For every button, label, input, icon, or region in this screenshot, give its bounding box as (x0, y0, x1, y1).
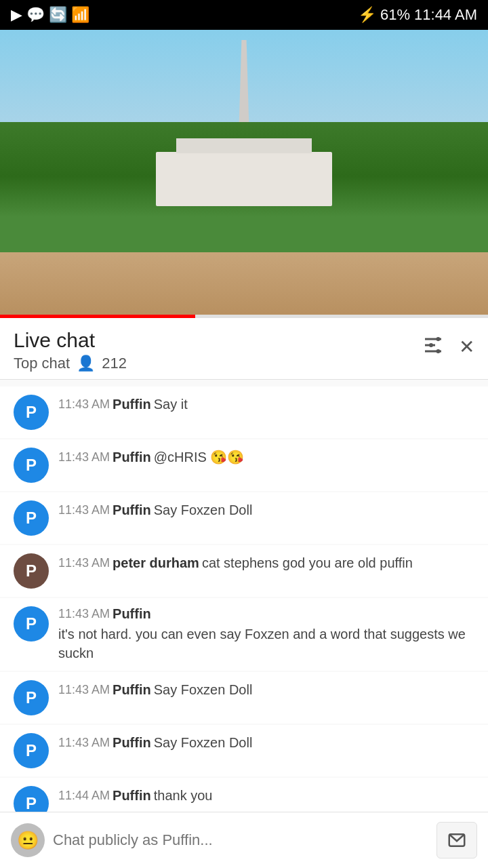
message-author: Puffin (113, 735, 151, 751)
viewer-icon: 👤 (77, 355, 95, 372)
chat-header-left: Live chat Top chat 👤 212 (14, 329, 127, 372)
chat-message: P 11:43 AM Puffin it's not hard. you can… (0, 598, 488, 671)
chat-list: P 11:43 AM Puffin Say it P 11:43 AM Puff… (0, 380, 488, 837)
filter-button[interactable] (421, 333, 445, 361)
message-author: Puffin (113, 682, 151, 698)
message-content: 11:43 AM Puffin Say Foxzen Doll (58, 500, 474, 519)
message-text: Say Foxzen Doll (154, 680, 253, 699)
time-text: 11:44 AM (414, 6, 477, 24)
message-time: 11:43 AM (58, 503, 110, 517)
avatar: P (14, 448, 49, 483)
message-author: Puffin (113, 450, 151, 465)
white-house (156, 152, 332, 206)
avatar: P (14, 733, 49, 768)
play-icon: ▶ (11, 6, 22, 24)
message-time: 11:43 AM (58, 397, 110, 412)
chat-header-sub: Top chat 👤 212 (14, 355, 127, 372)
message-author: peter durham (113, 555, 199, 571)
avatar: P (14, 553, 49, 589)
chat-message: P 11:43 AM Puffin Say it (0, 387, 488, 438)
ground (0, 252, 488, 315)
message-inline: 11:43 AM Puffin Say Foxzen Doll (58, 680, 474, 699)
message-text: cat stephens god you are old puffin (202, 553, 413, 572)
chat-message: P 11:43 AM Puffin @cHRIS 😘😘 (0, 439, 488, 491)
chat-input[interactable] (53, 831, 428, 849)
wifi-icon: 📶 (71, 6, 89, 24)
emoji-button[interactable]: 😐 (11, 823, 45, 857)
message-time: 11:43 AM (58, 607, 110, 621)
message-content: 11:43 AM Puffin it's not hard. you can e… (58, 606, 474, 663)
message-content: 11:43 AM Puffin Say Foxzen Doll (58, 680, 474, 699)
message-inline: 11:43 AM peter durham cat stephens god y… (58, 553, 474, 572)
message-time: 11:43 AM (58, 556, 110, 570)
svg-point-3 (436, 337, 441, 341)
message-time: 11:43 AM (58, 683, 110, 697)
battery-text: 61% (380, 6, 410, 24)
message-author: Puffin (113, 502, 151, 518)
message-inline: 11:43 AM Puffin @cHRIS 😘😘 (58, 448, 474, 467)
chat-message: P 11:43 AM Puffin Say Foxzen Doll (0, 672, 488, 724)
status-right: ⚡ 61% 11:44 AM (358, 6, 477, 24)
chat-notify-icon: 💬 (26, 6, 45, 24)
live-chat-title: Live chat (14, 329, 127, 352)
svg-point-5 (436, 349, 441, 353)
message-inline: 11:43 AM Puffin Say Foxzen Doll (58, 733, 474, 752)
chat-header: Live chat Top chat 👤 212 ✕ (0, 318, 488, 380)
sync-icon: 🔄 (49, 6, 67, 24)
chat-message: P 11:43 AM Puffin Say Foxzen Doll (0, 725, 488, 776)
send-button[interactable] (436, 822, 477, 859)
message-text: Say Foxzen Doll (154, 500, 253, 519)
progress-fill (0, 315, 195, 318)
chat-message: P 11:43 AM Puffin Say Foxzen Doll (0, 492, 488, 544)
video-thumbnail[interactable] (0, 30, 488, 315)
message-text: thank you (154, 786, 213, 805)
message-inline: 11:43 AM Puffin it's not hard. you can e… (58, 606, 474, 663)
video-progress-bar[interactable] (0, 315, 488, 318)
svg-point-4 (429, 343, 433, 347)
bluetooth-icon: ⚡ (358, 6, 376, 24)
message-text: it's not hard. you can even say Foxzen a… (58, 625, 474, 663)
message-author: Puffin (113, 397, 151, 412)
chat-header-icons: ✕ (421, 333, 474, 361)
message-content: 11:43 AM Puffin Say Foxzen Doll (58, 733, 474, 752)
message-content: 11:44 AM Puffin thank you (58, 786, 474, 805)
close-button[interactable]: ✕ (459, 338, 474, 357)
viewer-count: 212 (102, 355, 127, 372)
message-content: 11:43 AM Puffin Say it (58, 395, 474, 414)
message-time: 11:44 AM (58, 789, 110, 803)
chat-message: P 11:43 AM peter durham cat stephens god… (0, 545, 488, 597)
message-text: @cHRIS 😘😘 (154, 448, 245, 467)
message-time: 11:43 AM (58, 736, 110, 750)
avatar: P (14, 395, 49, 430)
message-content: 11:43 AM Puffin @cHRIS 😘😘 (58, 448, 474, 467)
status-bar: ▶ 💬 🔄 📶 ⚡ 61% 11:44 AM (0, 0, 488, 30)
avatar: P (14, 680, 49, 715)
chat-input-bar: 😐 (0, 812, 488, 868)
message-inline: 11:43 AM Puffin Say Foxzen Doll (58, 500, 474, 519)
status-icons: ▶ 💬 🔄 📶 (11, 6, 89, 24)
top-chat-label[interactable]: Top chat (14, 355, 70, 372)
message-author: Puffin (113, 788, 151, 804)
message-inline: 11:44 AM Puffin thank you (58, 786, 474, 805)
message-content: 11:43 AM peter durham cat stephens god y… (58, 553, 474, 572)
avatar: P (14, 500, 49, 536)
message-inline: 11:43 AM Puffin Say it (58, 395, 474, 414)
message-text: Say it (154, 395, 188, 414)
message-author: Puffin (113, 606, 151, 622)
avatar: P (14, 606, 49, 642)
message-time: 11:43 AM (58, 450, 110, 465)
message-text: Say Foxzen Doll (154, 733, 253, 752)
